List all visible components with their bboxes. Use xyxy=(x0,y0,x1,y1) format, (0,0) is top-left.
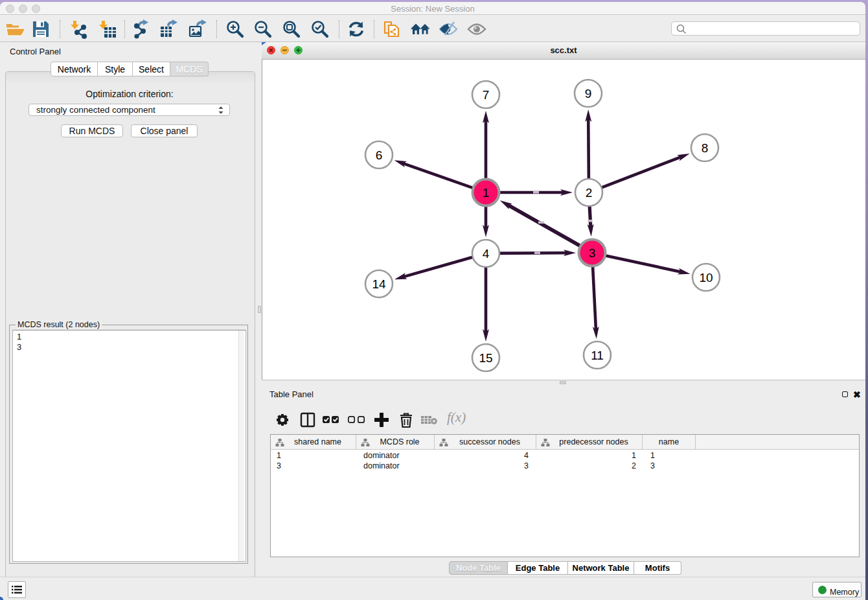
svg-text:2: 2 xyxy=(586,186,593,200)
svg-text:1: 1 xyxy=(483,186,490,200)
svg-text:15: 15 xyxy=(479,351,492,365)
svg-text:8: 8 xyxy=(702,141,709,155)
svg-text:3: 3 xyxy=(589,246,596,260)
svg-text:7: 7 xyxy=(483,88,490,102)
svg-text:14: 14 xyxy=(372,277,386,291)
svg-text:10: 10 xyxy=(699,271,713,284)
svg-text:11: 11 xyxy=(591,349,604,362)
svg-text:9: 9 xyxy=(585,87,592,100)
svg-text:6: 6 xyxy=(376,148,383,162)
svg-text:4: 4 xyxy=(483,247,490,260)
